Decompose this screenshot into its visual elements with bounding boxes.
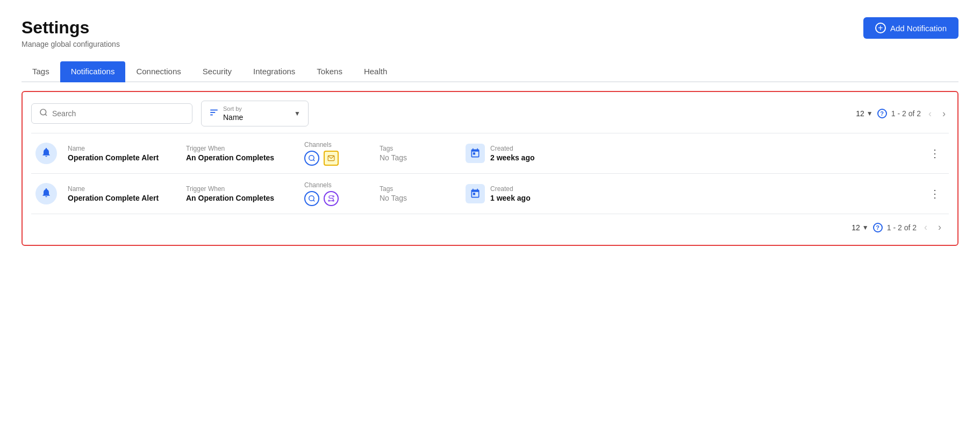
tabs-bar: Tags Notifications Connections Security … [22, 61, 958, 82]
calendar-icon-1 [466, 144, 485, 163]
sort-chevron-icon: ▼ [294, 110, 301, 117]
bottom-pagination-next-button[interactable]: › [935, 221, 945, 234]
notif-name-col-2: Name Operation Complete Alert [68, 185, 175, 202]
svg-point-0 [40, 109, 46, 115]
tab-integrations[interactable]: Integrations [242, 61, 306, 82]
pagination-next-button[interactable]: › [939, 107, 949, 121]
add-notification-button[interactable]: + Add Notification [863, 17, 958, 39]
notif-created-col-2: Created 1 week ago [466, 184, 552, 203]
tab-tokens[interactable]: Tokens [306, 61, 353, 82]
notif-created-col-1: Created 2 weeks ago [466, 144, 552, 163]
channels-icons-2 [304, 191, 369, 206]
pagination-prev-button[interactable]: ‹ [925, 107, 935, 121]
page-subtitle: Manage global configurations [22, 40, 120, 48]
row-menu-button-2[interactable]: ⋮ [925, 185, 945, 202]
per-page-select[interactable]: 12 ▼ [856, 109, 872, 118]
bottom-help-icon[interactable]: ? [873, 223, 883, 232]
bottom-per-page-chevron-icon: ▼ [862, 224, 869, 231]
search-input[interactable] [52, 109, 184, 118]
bell-icon [41, 147, 52, 160]
sort-icon [209, 108, 219, 119]
svg-point-10 [328, 200, 330, 201]
svg-line-6 [313, 160, 315, 161]
tab-tags[interactable]: Tags [22, 61, 60, 82]
bottom-pagination-prev-button[interactable]: ‹ [921, 221, 931, 234]
bottom-per-page-select[interactable]: 12 ▼ [852, 223, 868, 232]
channel-search-icon [304, 151, 319, 166]
tab-notifications[interactable]: Notifications [60, 61, 126, 82]
tab-health[interactable]: Health [353, 61, 398, 82]
row-menu-button-1[interactable]: ⋮ [925, 145, 945, 162]
notif-trigger-col-1: Trigger When An Operation Completes [186, 145, 294, 162]
notif-channels-col-2: Channels [304, 181, 369, 206]
channel-search-icon [304, 191, 319, 206]
tab-security[interactable]: Security [192, 61, 242, 82]
search-wrap[interactable] [31, 103, 192, 124]
per-page-chevron-icon: ▼ [867, 110, 873, 117]
bottom-toolbar: 12 ▼ ? 1 - 2 of 2 ‹ › [31, 214, 949, 236]
search-icon [39, 108, 48, 119]
notif-tags-col-1: Tags No Tags [380, 145, 455, 162]
toolbar-right: 12 ▼ ? 1 - 2 of 2 ‹ › [856, 107, 949, 121]
table-row: Name Operation Complete Alert Trigger Wh… [31, 133, 949, 174]
page-title-section: Settings Manage global configurations [22, 17, 120, 48]
content-area: Sort by Name ▼ 12 ▼ ? 1 - 2 of 2 ‹ › [22, 91, 958, 246]
bell-icon [41, 187, 52, 201]
page-header: Settings Manage global configurations + … [22, 17, 958, 48]
list-toolbar: Sort by Name ▼ 12 ▼ ? 1 - 2 of 2 ‹ › [31, 101, 949, 126]
notif-name-col-1: Name Operation Complete Alert [68, 145, 175, 162]
page-title: Settings [22, 17, 120, 38]
tab-connections[interactable]: Connections [125, 61, 191, 82]
channels-icons-1 [304, 151, 369, 166]
notif-channels-col-1: Channels [304, 141, 369, 166]
svg-line-9 [313, 200, 315, 202]
notification-bell-icon-2 [35, 183, 57, 204]
svg-point-5 [309, 156, 314, 160]
svg-line-1 [45, 114, 47, 116]
notifications-list: Name Operation Complete Alert Trigger Wh… [31, 133, 949, 214]
table-row: Name Operation Complete Alert Trigger Wh… [31, 174, 949, 214]
help-icon[interactable]: ? [877, 109, 887, 118]
notif-tags-col-2: Tags No Tags [380, 185, 455, 202]
calendar-icon-2 [466, 184, 485, 203]
plus-circle-icon: + [875, 23, 886, 33]
svg-point-8 [309, 196, 314, 201]
channel-webhook-icon [324, 191, 339, 206]
notif-trigger-col-2: Trigger When An Operation Completes [186, 185, 294, 202]
sort-text: Sort by Name [223, 105, 243, 122]
sort-dropdown[interactable]: Sort by Name ▼ [201, 101, 309, 126]
notification-bell-icon-1 [35, 143, 57, 164]
channel-email-icon [324, 151, 339, 166]
svg-point-11 [333, 196, 334, 197]
